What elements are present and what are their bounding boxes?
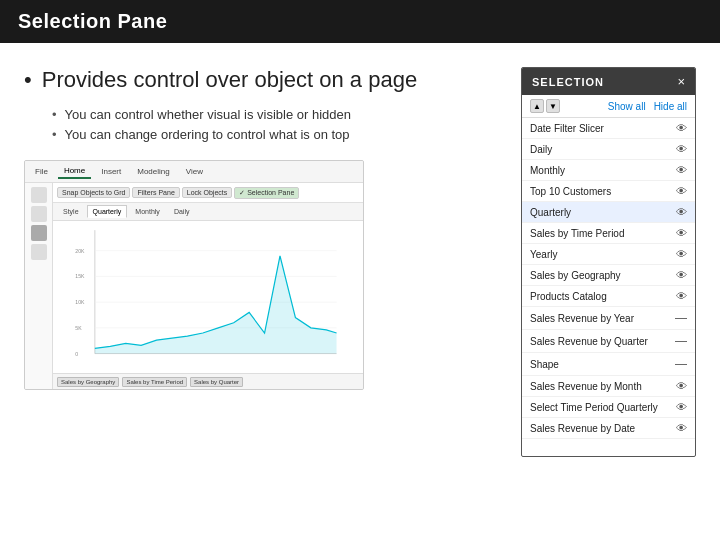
panel-item-name: Sales Revenue by Year: [530, 313, 675, 324]
eye-icon[interactable]: 👁: [676, 290, 687, 302]
mock-body: Snap Objects to Grd Filters Pane Lock Ob…: [25, 183, 363, 389]
panel-items: Date Filter Slicer👁Daily👁Monthly👁Top 10 …: [522, 118, 695, 456]
sub-bullet-1: You can control whether visual is visibl…: [52, 107, 505, 122]
panel-item[interactable]: Shape—: [522, 353, 695, 376]
panel-item[interactable]: Top 10 Customers👁: [522, 181, 695, 202]
eye-icon[interactable]: 👁: [676, 248, 687, 260]
mock-snap-btn[interactable]: Snap Objects to Grd: [57, 187, 130, 198]
mock-tabs: Style Quarterly Monthly Daily: [53, 203, 363, 221]
mock-footer: Sales by Geography Sales by Time Period …: [53, 373, 363, 389]
eye-icon[interactable]: 👁: [676, 227, 687, 239]
panel-arrows: ▲ ▼: [530, 99, 560, 113]
panel-header: SELECTION ×: [522, 68, 695, 95]
eye-icon[interactable]: 👁: [676, 380, 687, 392]
panel-item[interactable]: Sales by Geography👁: [522, 265, 695, 286]
panel-item-name: Products Catalog: [530, 291, 676, 302]
mock-footer-btn-3[interactable]: Sales by Quarter: [190, 377, 243, 387]
mock-sidebar-icon-4: [31, 244, 47, 260]
panel-item[interactable]: Sales Revenue by Quarter—: [522, 330, 695, 353]
mock-tab-file[interactable]: File: [29, 165, 54, 178]
sub-bullet-2: You can change ordering to control what …: [52, 127, 505, 142]
sub-bullets-list: You can control whether visual is visibl…: [24, 107, 505, 142]
panel-item[interactable]: Monthly👁: [522, 160, 695, 181]
mock-footer-btn-1[interactable]: Sales by Geography: [57, 377, 119, 387]
panel-item-name: Sales by Geography: [530, 270, 676, 281]
panel-item[interactable]: Yearly👁: [522, 244, 695, 265]
svg-text:5K: 5K: [75, 325, 82, 331]
svg-text:0: 0: [75, 351, 78, 357]
panel-item[interactable]: Sales by Time Period👁: [522, 223, 695, 244]
panel-links: Show all Hide all: [608, 101, 687, 112]
mock-tab-style[interactable]: Style: [57, 205, 85, 218]
mock-sidebar-icon-2: [31, 206, 47, 222]
svg-text:20K: 20K: [75, 248, 85, 254]
arrow-up-button[interactable]: ▲: [530, 99, 544, 113]
panel-item-name: Sales Revenue by Quarter: [530, 336, 675, 347]
panel-item[interactable]: Daily👁: [522, 139, 695, 160]
mock-tab-insert[interactable]: Insert: [95, 165, 127, 178]
panel-item-name: Sales Revenue by Date: [530, 423, 676, 434]
mock-tab-view[interactable]: View: [180, 165, 209, 178]
panel-item[interactable]: Sales Revenue by Date👁: [522, 418, 695, 439]
panel-item[interactable]: Products Catalog👁: [522, 286, 695, 307]
dash-icon[interactable]: —: [675, 357, 687, 371]
eye-icon[interactable]: 👁: [676, 122, 687, 134]
mock-tab-home[interactable]: Home: [58, 164, 91, 179]
eye-icon[interactable]: 👁: [676, 206, 687, 218]
screenshot-mockup: File Home Insert Modeling View: [24, 160, 364, 390]
panel-item[interactable]: Quarterly👁: [522, 202, 695, 223]
panel-item-name: Quarterly: [530, 207, 676, 218]
mock-sub-toolbar: Snap Objects to Grd Filters Pane Lock Ob…: [53, 183, 363, 203]
panel-item-name: Sales Revenue by Month: [530, 381, 676, 392]
panel-item-name: Monthly: [530, 165, 676, 176]
show-all-link[interactable]: Show all: [608, 101, 646, 112]
panel-item[interactable]: Sales Revenue by Month👁: [522, 376, 695, 397]
panel-subheader: ▲ ▼ Show all Hide all: [522, 95, 695, 118]
panel-close-button[interactable]: ×: [677, 74, 685, 89]
main-heading: Provides control over object on a page: [24, 67, 505, 93]
mock-selection-btn[interactable]: ✓ Selection Pane: [234, 187, 299, 199]
eye-icon[interactable]: 👁: [676, 164, 687, 176]
dash-icon[interactable]: —: [675, 311, 687, 325]
mock-footer-btn-2[interactable]: Sales by Time Period: [122, 377, 187, 387]
panel-item-name: Date Filter Slicer: [530, 123, 676, 134]
mock-tab-daily[interactable]: Daily: [168, 205, 196, 218]
panel-item-name: Yearly: [530, 249, 676, 260]
panel-item-name: Shape: [530, 359, 675, 370]
mock-chart-area: 0 5K 10K 15K 20K: [53, 221, 363, 373]
page-header: Selection Pane: [0, 0, 720, 43]
mock-tab-quarterly[interactable]: Quarterly: [87, 205, 128, 218]
eye-icon[interactable]: 👁: [676, 143, 687, 155]
svg-text:15K: 15K: [75, 273, 85, 279]
mock-tab-modeling[interactable]: Modeling: [131, 165, 175, 178]
mock-lock-btn[interactable]: Lock Objects: [182, 187, 232, 198]
panel-item[interactable]: Select Time Period Quarterly👁: [522, 397, 695, 418]
eye-icon[interactable]: 👁: [676, 269, 687, 281]
mock-sidebar-icon-1: [31, 187, 47, 203]
eye-icon[interactable]: 👁: [676, 401, 687, 413]
panel-item-name: Daily: [530, 144, 676, 155]
mock-toolbar: File Home Insert Modeling View: [25, 161, 363, 183]
svg-text:10K: 10K: [75, 299, 85, 305]
selection-panel: SELECTION × ▲ ▼ Show all Hide all Date F…: [521, 67, 696, 457]
arrow-down-button[interactable]: ▼: [546, 99, 560, 113]
mock-chart-svg: 0 5K 10K 15K 20K: [57, 225, 359, 369]
hide-all-link[interactable]: Hide all: [654, 101, 687, 112]
panel-item[interactable]: Date Filter Slicer👁: [522, 118, 695, 139]
main-content: Provides control over object on a page Y…: [0, 43, 720, 457]
panel-title: SELECTION: [532, 76, 604, 88]
mock-filters-btn[interactable]: Filters Pane: [132, 187, 179, 198]
eye-icon[interactable]: 👁: [676, 185, 687, 197]
header-title: Selection Pane: [18, 10, 167, 32]
mock-main: Snap Objects to Grd Filters Pane Lock Ob…: [53, 183, 363, 389]
mock-sidebar-icon-3: [31, 225, 47, 241]
panel-item-name: Sales by Time Period: [530, 228, 676, 239]
mock-tab-monthly[interactable]: Monthly: [129, 205, 166, 218]
eye-icon[interactable]: 👁: [676, 422, 687, 434]
panel-item-name: Top 10 Customers: [530, 186, 676, 197]
panel-item[interactable]: Sales Revenue by Year—: [522, 307, 695, 330]
mock-sidebar: [25, 183, 53, 389]
left-section: Provides control over object on a page Y…: [24, 67, 505, 457]
dash-icon[interactable]: —: [675, 334, 687, 348]
panel-item-name: Select Time Period Quarterly: [530, 402, 676, 413]
